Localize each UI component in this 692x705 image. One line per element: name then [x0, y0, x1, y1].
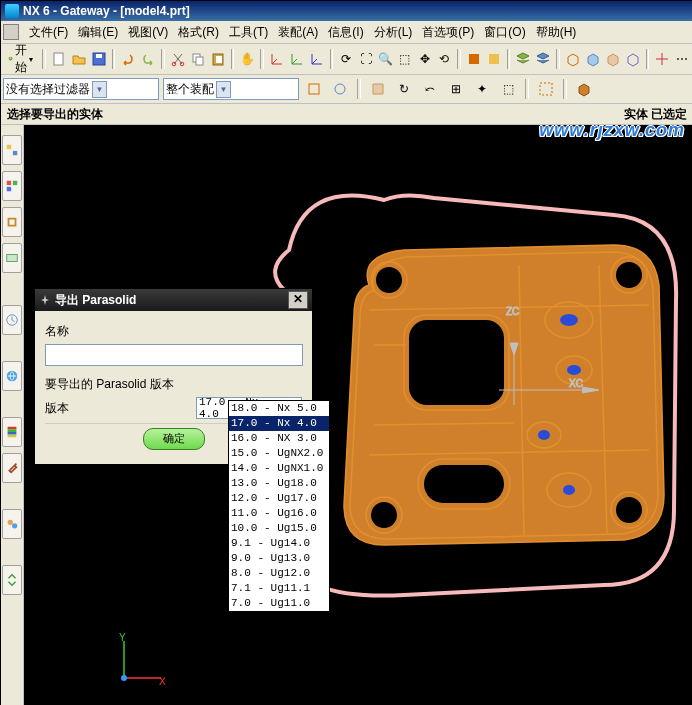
tb-box1[interactable]	[564, 48, 582, 70]
fb-4[interactable]: ↻	[393, 78, 415, 100]
lt-asm-nav[interactable]	[2, 171, 22, 201]
dd-item[interactable]: 8.0 - Ug12.0	[229, 566, 329, 581]
tb-new[interactable]	[50, 48, 68, 70]
tb-paste[interactable]	[209, 48, 227, 70]
svg-text:X: X	[159, 676, 166, 687]
fb-dashed[interactable]	[535, 78, 557, 100]
tb-layer[interactable]	[514, 48, 532, 70]
dd-item[interactable]: 15.0 - UgNX2.0	[229, 446, 329, 461]
scope-combo[interactable]: 整个装配▼	[163, 78, 299, 100]
dialog-close-button[interactable]: ✕	[288, 291, 308, 309]
tb-rotate[interactable]: ⟲	[435, 48, 453, 70]
fb-6[interactable]: ⊞	[445, 78, 467, 100]
dd-item[interactable]: 12.0 - Ug17.0	[229, 491, 329, 506]
tb-copy[interactable]	[189, 48, 207, 70]
lt-part-nav[interactable]	[2, 135, 22, 165]
fb-5[interactable]: ⤺	[419, 78, 441, 100]
tb-wcs1[interactable]	[268, 48, 286, 70]
tb-box4[interactable]	[624, 48, 642, 70]
ok-button[interactable]: 确定	[143, 428, 205, 450]
dd-item-selected[interactable]: 17.0 - Nx 4.0	[229, 416, 329, 431]
tb-redo[interactable]	[139, 48, 157, 70]
tb-touch[interactable]: ✋	[238, 48, 256, 70]
menu-tools[interactable]: 工具(T)	[225, 22, 272, 43]
lt-recycle[interactable]	[2, 565, 22, 595]
pin-icon	[39, 294, 51, 306]
menu-format[interactable]: 格式(R)	[174, 22, 223, 43]
tb-wcs3[interactable]	[308, 48, 326, 70]
svg-text:ZC: ZC	[506, 306, 519, 317]
lt-constraint[interactable]	[2, 207, 22, 237]
toolbar-main: 开始▾ ✋ ⟳ ⛶ 🔍 ⬚ ✥ ⟲	[1, 44, 692, 75]
tb-shade2[interactable]	[485, 48, 503, 70]
version-dropdown-list[interactable]: 18.0 - Nx 5.0 17.0 - Nx 4.0 16.0 - NX 3.…	[228, 400, 330, 612]
dd-item[interactable]: 7.1 - Ug11.1	[229, 581, 329, 596]
tb-box3[interactable]	[604, 48, 622, 70]
lt-ie[interactable]	[2, 361, 22, 391]
tb-save[interactable]	[90, 48, 108, 70]
svg-point-44	[567, 365, 581, 375]
svg-rect-11	[489, 54, 499, 64]
menu-help[interactable]: 帮助(H)	[532, 22, 581, 43]
tb-misc[interactable]: ⋯	[673, 48, 691, 70]
lt-rainbow[interactable]	[2, 417, 22, 447]
tb-wcs2[interactable]	[288, 48, 306, 70]
tb-fit[interactable]: ⛶	[357, 48, 375, 70]
svg-rect-14	[540, 83, 552, 95]
start-button[interactable]: 开始▾	[3, 39, 38, 79]
tb-box2[interactable]	[584, 48, 602, 70]
fb-7[interactable]: ✦	[471, 78, 493, 100]
svg-rect-15	[7, 145, 11, 149]
tb-layer2[interactable]	[534, 48, 552, 70]
lt-tool[interactable]	[2, 453, 22, 483]
tb-zoom-area[interactable]: ⬚	[396, 48, 414, 70]
lt-history[interactable]	[2, 305, 22, 335]
tb-open[interactable]	[70, 48, 88, 70]
dd-item[interactable]: 10.0 - Ug15.0	[229, 521, 329, 536]
dd-item[interactable]: 7.0 - Ug11.0	[229, 596, 329, 611]
fb-8[interactable]: ⬚	[497, 78, 519, 100]
svg-rect-16	[13, 151, 17, 155]
dd-item[interactable]: 9.1 - Ug14.0	[229, 536, 329, 551]
dd-item[interactable]: 18.0 - Nx 5.0	[229, 401, 329, 416]
window-title: NX 6 - Gateway - [model4.prt]	[23, 4, 190, 18]
tb-undo[interactable]	[119, 48, 137, 70]
tb-pan[interactable]: ✥	[416, 48, 434, 70]
lt-roles[interactable]	[2, 509, 22, 539]
svg-rect-10	[469, 54, 479, 64]
dd-item[interactable]: 9.0 - Ug13.0	[229, 551, 329, 566]
tb-zoom[interactable]: 🔍	[376, 48, 394, 70]
menu-analysis[interactable]: 分析(L)	[370, 22, 417, 43]
fb-3[interactable]	[367, 78, 389, 100]
menu-window[interactable]: 窗口(O)	[480, 22, 529, 43]
svg-rect-26	[8, 435, 17, 438]
dd-item[interactable]: 16.0 - NX 3.0	[229, 431, 329, 446]
svg-point-27	[8, 520, 13, 525]
svg-rect-23	[8, 427, 17, 430]
menu-view[interactable]: 视图(V)	[124, 22, 172, 43]
dd-item[interactable]: 14.0 - UgNX1.0	[229, 461, 329, 476]
menu-info[interactable]: 信息(I)	[324, 22, 367, 43]
menu-edit[interactable]: 编辑(E)	[74, 22, 122, 43]
menu-pref[interactable]: 首选项(P)	[418, 22, 478, 43]
lt-reuse[interactable]	[2, 243, 22, 273]
menu-assembly[interactable]: 装配(A)	[274, 22, 322, 43]
fb-2[interactable]	[329, 78, 351, 100]
tb-cut[interactable]	[169, 48, 187, 70]
watermark-text: www.rjzxw.com	[539, 125, 685, 141]
titlebar: NX 6 - Gateway - [model4.prt]	[1, 1, 692, 21]
tb-axis[interactable]	[653, 48, 671, 70]
dd-item[interactable]: 11.0 - Ug16.0	[229, 506, 329, 521]
selection-filter-combo[interactable]: 没有选择过滤器▼	[3, 78, 159, 100]
tb-shade1[interactable]	[465, 48, 483, 70]
fb-cube[interactable]	[573, 78, 595, 100]
fb-1[interactable]	[303, 78, 325, 100]
svg-text:XC: XC	[569, 378, 583, 389]
dialog-titlebar[interactable]: 导出 Parasolid ✕	[35, 289, 312, 311]
dd-item[interactable]: 13.0 - Ug18.0	[229, 476, 329, 491]
tb-refresh[interactable]: ⟳	[337, 48, 355, 70]
svg-rect-1	[54, 53, 63, 65]
menu-anchor-icon[interactable]	[3, 24, 19, 40]
wcs-triad: Y X	[109, 633, 169, 693]
name-input[interactable]	[45, 344, 303, 366]
